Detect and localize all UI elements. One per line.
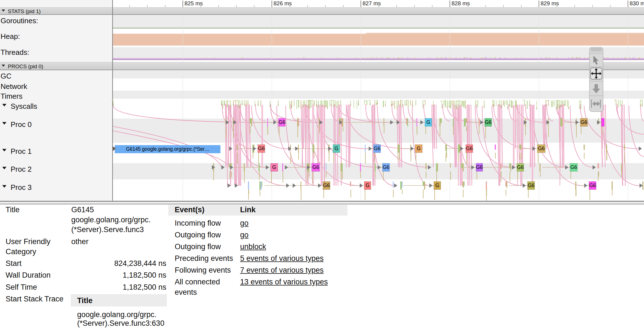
svg-text:Proc 0: Proc 0 (11, 120, 32, 129)
svg-text:G6: G6 (476, 164, 483, 170)
svg-text:Network: Network (1, 82, 27, 91)
svg-text:Proc 2: Proc 2 (11, 165, 32, 173)
svg-text:830 ms: 830 ms (630, 0, 644, 6)
svg-text:G6: G6 (517, 164, 524, 170)
svg-text:826 ms: 826 ms (274, 0, 292, 6)
svg-text:Goroutines:: Goroutines: (1, 16, 38, 25)
svg-text:Timers: Timers (1, 92, 22, 100)
svg-text:STATS (pid 1): STATS (pid 1) (8, 8, 41, 14)
svg-text:G6: G6 (528, 183, 534, 188)
svg-text:825 ms: 825 ms (184, 0, 203, 6)
svg-text:G6: G6 (581, 119, 587, 125)
svg-text:G: G (426, 119, 430, 125)
svg-text:G: G (417, 146, 421, 151)
svg-text:G: G (272, 164, 276, 170)
svg-text:G: G (334, 146, 338, 151)
svg-text:G6: G6 (538, 146, 544, 151)
svg-text:G6: G6 (383, 164, 389, 170)
svg-text:G6145 google.golang.org/grpc.(: G6145 google.golang.org/grpc.(*Ser… (126, 146, 210, 152)
svg-text:G6: G6 (570, 164, 577, 170)
svg-text:828 ms: 828 ms (452, 0, 470, 6)
svg-text:G6: G6 (278, 119, 285, 125)
svg-text:827 ms: 827 ms (363, 0, 381, 6)
svg-text:Proc 3: Proc 3 (11, 183, 32, 192)
svg-text:G: G (366, 183, 370, 188)
svg-text:Proc 1: Proc 1 (11, 147, 32, 155)
svg-text:Heap:: Heap: (1, 32, 20, 41)
svg-text:G6: G6 (589, 183, 596, 188)
svg-text:829 ms: 829 ms (541, 0, 559, 6)
svg-text:G6: G6 (258, 146, 265, 151)
svg-text:Syscalls: Syscalls (11, 102, 37, 110)
svg-text:G6: G6 (374, 146, 380, 151)
svg-text:G6: G6 (312, 164, 319, 170)
svg-text:G6: G6 (485, 119, 491, 125)
svg-text:GC: GC (1, 72, 11, 80)
svg-text:G6: G6 (323, 183, 330, 188)
svg-text:G: G (435, 183, 439, 188)
svg-text:G6: G6 (466, 146, 473, 151)
svg-text:Threads:: Threads: (1, 48, 29, 56)
svg-text:PROCS (pid 0): PROCS (pid 0) (8, 63, 43, 69)
